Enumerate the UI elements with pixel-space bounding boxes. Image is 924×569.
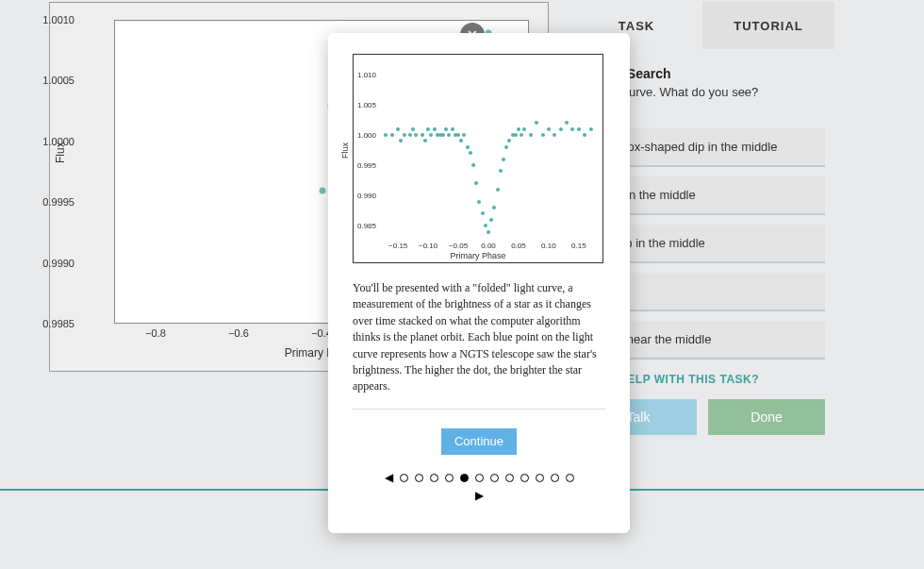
modal-x-axis-label: Primary Phase xyxy=(354,251,602,260)
tab-tutorial[interactable]: TUTORIAL xyxy=(702,2,834,49)
pager-dot-10[interactable] xyxy=(536,474,544,482)
pager-dot-8[interactable] xyxy=(505,474,514,482)
done-button[interactable]: Done xyxy=(708,399,825,435)
modal-y-axis-label: Flux xyxy=(340,142,350,159)
tutorial-chart: Flux 1.0101.0051.0000.9950.9900.985 −0.1… xyxy=(353,54,603,263)
pager-dot-6[interactable] xyxy=(475,474,484,482)
modal-plot-area xyxy=(380,62,597,238)
tutorial-pager: ◀ ▶ xyxy=(353,468,605,503)
pager-dot-4[interactable] xyxy=(445,474,454,482)
pager-dot-2[interactable] xyxy=(415,474,423,482)
pager-dot-5[interactable] xyxy=(460,474,469,482)
pager-next-icon[interactable]: ▶ xyxy=(353,489,605,503)
tutorial-text: You'll be presented with a "folded" ligh… xyxy=(353,280,605,410)
pager-prev-icon[interactable]: ◀ xyxy=(385,471,393,485)
pager-dot-7[interactable] xyxy=(490,474,499,482)
pager-dot-12[interactable] xyxy=(566,474,574,482)
pager-dot-3[interactable] xyxy=(430,474,438,482)
pager-dot-9[interactable] xyxy=(520,474,529,482)
pager-dot-1[interactable] xyxy=(400,474,408,482)
tutorial-modal: Flux 1.0101.0051.0000.9950.9900.985 −0.1… xyxy=(328,33,630,533)
pager-dot-11[interactable] xyxy=(551,474,559,482)
continue-button[interactable]: Continue xyxy=(441,428,517,455)
